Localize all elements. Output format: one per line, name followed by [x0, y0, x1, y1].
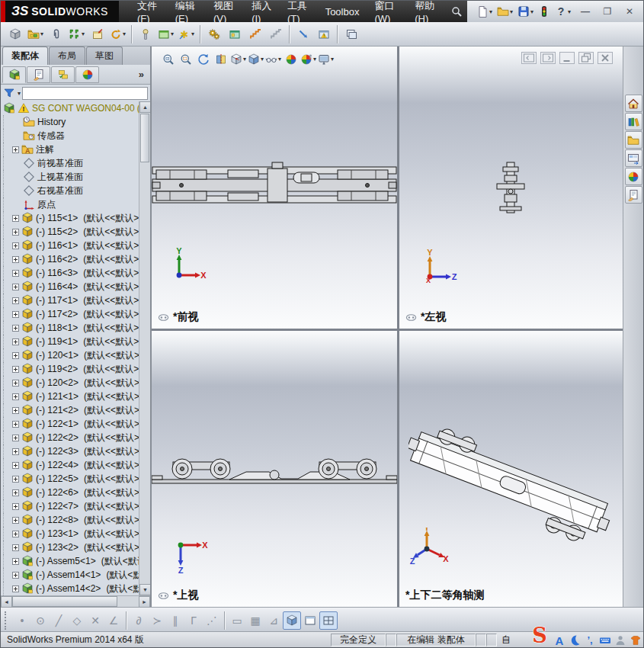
tree-item[interactable]: (-) 123<2>(默认<<默认>: [1, 541, 139, 554]
filter-funnel-icon[interactable]: [3, 87, 15, 99]
tree-expand-icon[interactable]: [12, 352, 19, 359]
tree-item[interactable]: 上视基准面: [1, 170, 139, 184]
toolbox-button[interactable]: [203, 24, 224, 44]
snap-angle-button[interactable]: ⊿: [264, 611, 283, 630]
tree-item[interactable]: (-) 123<1>(默认<<默认>: [1, 527, 139, 541]
appearances-scenes-button[interactable]: [625, 168, 642, 185]
help-button[interactable]: ?▾: [553, 4, 572, 19]
tree-horizontal-scrollbar[interactable]: ◄ ►: [1, 595, 150, 607]
sketch-point-button[interactable]: •: [13, 611, 31, 630]
ime-skin-button[interactable]: [630, 634, 642, 646]
tree-item[interactable]: (-) 118<1>(默认<<默认>: [1, 321, 139, 335]
tree-expand-icon[interactable]: [12, 380, 19, 387]
tree-expand-icon[interactable]: [12, 297, 19, 304]
previous-view-button[interactable]: [194, 50, 212, 68]
display-shaded-button[interactable]: [283, 611, 301, 630]
tree-expand-icon[interactable]: [12, 531, 19, 537]
dropdown-caret-icon[interactable]: ▾: [313, 56, 316, 63]
assembly-xpert-button[interactable]: !: [313, 24, 334, 44]
tree-expand-icon[interactable]: [12, 503, 19, 510]
window-close-button[interactable]: [598, 52, 613, 64]
sketch-perpendicular-button[interactable]: Γ: [184, 611, 203, 630]
tree-expand-icon[interactable]: [12, 393, 19, 400]
tree-item[interactable]: (-) 122<1>(默认<<默认>: [1, 417, 139, 431]
zoom-to-fit-button[interactable]: [159, 50, 177, 68]
tree-expand-icon[interactable]: [12, 270, 19, 277]
viewport-top[interactable]: XZ*上视: [152, 331, 397, 607]
tree-root-item[interactable]: !SG CONT WAGON04-00 (默: [1, 101, 139, 115]
tree-expand-icon[interactable]: [12, 215, 19, 222]
tree-filter-input[interactable]: [22, 87, 148, 100]
sketch-spline-button[interactable]: ∂: [130, 611, 148, 630]
component-preview-window-button[interactable]: [341, 24, 361, 44]
tree-expand-icon[interactable]: [12, 544, 19, 551]
sogou-logo-button[interactable]: S: [529, 625, 550, 646]
insert-components-button[interactable]: ▾: [25, 24, 46, 44]
tree-item[interactable]: History: [1, 115, 139, 129]
tree-expand-icon[interactable]: [12, 146, 19, 153]
ime-punctuation-button[interactable]: ’,: [584, 634, 596, 646]
tree-expand-icon[interactable]: [12, 572, 19, 579]
featuremanager-design-tree-tab[interactable]: [2, 66, 26, 83]
tree-item[interactable]: (-) 122<7>(默认<<默认>: [1, 499, 139, 513]
viewport-four-button[interactable]: [319, 611, 338, 630]
tree-item[interactable]: (-) 122<6>(默认<<默认>: [1, 486, 139, 499]
view-orientation-button[interactable]: ▾: [229, 50, 247, 68]
tab-2[interactable]: 草图: [86, 47, 123, 65]
open-document-button[interactable]: ▾: [495, 4, 514, 19]
configurationmanager-tab[interactable]: [51, 66, 75, 83]
tree-expand-icon[interactable]: [12, 421, 19, 428]
hide-show-items-button[interactable]: ▾: [264, 50, 282, 68]
close-button[interactable]: ✕: [620, 5, 639, 18]
sketch-parallel-button[interactable]: ∥: [166, 611, 184, 630]
tree-expand-icon[interactable]: [12, 407, 19, 414]
dropdown-caret-icon[interactable]: ▾: [123, 30, 126, 37]
scroll-up-button[interactable]: ▲: [139, 101, 150, 113]
dropdown-caret-icon[interactable]: ▾: [243, 56, 246, 63]
dropdown-caret-icon[interactable]: ▾: [261, 56, 264, 63]
viewport-front[interactable]: YX*前视: [152, 47, 397, 329]
tree-expand-icon[interactable]: [12, 517, 19, 524]
status-custom-label[interactable]: 自: [497, 634, 529, 646]
viewport-single-button[interactable]: [301, 611, 319, 630]
reference-geometry-button[interactable]: ✱▾: [176, 24, 197, 44]
tree-expand-icon[interactable]: [12, 325, 19, 332]
tree-expand-icon[interactable]: [12, 242, 19, 249]
assembly-features-button[interactable]: ▾: [155, 24, 176, 44]
tree-item[interactable]: (-) 116<3>(默认<<默认>: [1, 266, 139, 280]
tree-item[interactable]: (-) Assem14<2>(默认<默: [1, 582, 139, 595]
tree-item[interactable]: (-) Assem5<1>(默认<默认: [1, 554, 139, 568]
apply-scene-button[interactable]: ▾: [300, 50, 317, 68]
sketch-arrowhead-button[interactable]: ≻: [148, 611, 166, 630]
viewport-left[interactable]: YZX*左视: [399, 47, 643, 329]
tree-expand-icon[interactable]: [12, 256, 19, 263]
toolbar-drag-handle[interactable]: [5, 611, 10, 630]
tree-expand-icon[interactable]: [12, 435, 19, 441]
maximize-button[interactable]: ❐: [598, 5, 617, 18]
filter-caret-icon[interactable]: ▾: [18, 90, 21, 97]
custom-properties-button[interactable]: [625, 186, 642, 204]
tree-item[interactable]: (-) 117<1>(默认<<默认>: [1, 294, 139, 307]
propertymanager-tab[interactable]: [27, 66, 50, 83]
scroll-right-button[interactable]: ►: [139, 596, 150, 607]
menu-5[interactable]: Toolbox: [318, 2, 367, 21]
scroll-left-button[interactable]: ◄: [1, 596, 12, 607]
tree-expand-icon[interactable]: [12, 462, 19, 469]
window-restore-button[interactable]: [578, 52, 594, 64]
tree-expand-icon[interactable]: [12, 585, 19, 592]
dropdown-caret-icon[interactable]: ▾: [489, 8, 492, 15]
tree-item[interactable]: (-) 122<5>(默认<<默认>: [1, 472, 139, 486]
dropdown-caret-icon[interactable]: ▾: [171, 30, 174, 37]
tree-expand-icon[interactable]: [12, 229, 19, 236]
dropdown-caret-icon[interactable]: ▾: [331, 56, 334, 63]
tree-item[interactable]: (-) 115<1>(默认<<默认>: [1, 211, 139, 225]
tree-expand-icon[interactable]: [12, 366, 19, 373]
displaymanager-tab[interactable]: [75, 66, 99, 83]
minimize-button[interactable]: —: [576, 5, 594, 18]
tree-item[interactable]: 右视基准面: [1, 184, 139, 197]
mate-button[interactable]: [46, 24, 66, 44]
tree-expand-icon[interactable]: [12, 338, 19, 345]
tree-item[interactable]: (-) 116<1>(默认<<默认>: [1, 239, 139, 252]
tree-item[interactable]: A注解: [1, 143, 139, 156]
tree-vertical-scrollbar[interactable]: ▲ ▼: [139, 101, 150, 595]
